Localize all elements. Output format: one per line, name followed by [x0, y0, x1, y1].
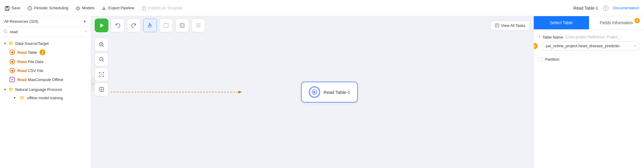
- table-name-input[interactable]: pai_online_project.heart_disease_predict…: [542, 41, 639, 51]
- help-button[interactable]: ?: [603, 5, 608, 11]
- export-pipeline-button[interactable]: Export Pipeline: [102, 5, 134, 10]
- read-csv-label: Read CSV File: [17, 68, 43, 73]
- svg-point-20: [200, 24, 200, 24]
- table-name-placeholder-text: Cross-project Reference: Project_...: [565, 35, 622, 39]
- svg-line-12: [6, 32, 7, 33]
- svg-marker-5: [76, 7, 80, 10]
- svg-line-37: [103, 61, 104, 62]
- search-input[interactable]: [10, 30, 83, 34]
- badge-1: 1: [39, 49, 45, 55]
- select-tool-button[interactable]: [159, 19, 173, 32]
- fields-badge: 3: [634, 18, 640, 23]
- folder-icon-3: 📁: [20, 95, 25, 100]
- canvas-side-tools: [95, 38, 108, 96]
- svg-point-19: [198, 24, 199, 24]
- read-maxcompute-icon: [10, 77, 15, 82]
- clock-icon: [27, 5, 32, 10]
- undo-button[interactable]: [111, 19, 125, 32]
- sidebar-header-title: All Resources (324): [4, 19, 38, 24]
- svg-point-25: [198, 27, 199, 27]
- group-label-nlp: Natural Language Processi: [15, 87, 62, 92]
- models-icon: [76, 5, 80, 10]
- required-marker: *: [539, 35, 540, 39]
- sidebar-group-data-source[interactable]: ▼ 📁 Data Source/Target: [0, 39, 91, 48]
- table-name-field-row: * Table Name Cross-project Reference: Pr…: [539, 34, 639, 51]
- group-label-data-source: Data Source/Target: [15, 41, 49, 46]
- partition-row: Partition: [539, 55, 639, 64]
- page-title: Read Table-1: [574, 6, 598, 10]
- export-icon: [102, 5, 106, 10]
- periodic-scheduling-label: Periodic Scheduling: [34, 6, 68, 10]
- read-table-icon: [10, 50, 15, 55]
- svg-rect-1: [6, 6, 8, 8]
- svg-rect-16: [180, 23, 184, 28]
- minimap-button[interactable]: [95, 83, 108, 96]
- read-file-icon: [10, 59, 15, 64]
- partition-label: Partition: [545, 57, 559, 62]
- tab-select-table[interactable]: Select Table: [534, 16, 589, 29]
- list-item[interactable]: Read File Data: [0, 57, 91, 66]
- svg-point-23: [200, 25, 200, 26]
- sidebar-header: All Resources (324) ▼: [0, 16, 91, 27]
- chevron-down-icon-2: ▼: [4, 88, 7, 91]
- frame-tool-button[interactable]: [175, 19, 189, 32]
- svg-rect-3: [6, 9, 8, 10]
- canvas-node-read-table[interactable]: Read Table-1: [301, 82, 358, 103]
- documentation-link[interactable]: Documentation: [613, 6, 639, 10]
- read-table-label: Read Table: [17, 50, 37, 55]
- canvas-toolbar: View All Tasks: [91, 16, 533, 35]
- svg-point-18: [197, 24, 197, 24]
- svg-point-26: [200, 27, 200, 27]
- grid-tool-button[interactable]: [191, 19, 205, 32]
- sidebar-tree: ▼ 📁 Data Source/Target Read Table 1: [0, 37, 91, 168]
- svg-rect-17: [181, 24, 183, 27]
- models-button[interactable]: Models: [76, 5, 95, 10]
- badge-2: 2: [534, 43, 538, 49]
- chevron-right-icon: ▼: [13, 96, 16, 100]
- tab-fields-information[interactable]: Fields Information 3: [589, 16, 644, 29]
- svg-marker-14: [100, 23, 104, 28]
- list-item[interactable]: Read Table 1: [0, 48, 91, 57]
- table-name-clear-icon[interactable]: ×: [634, 44, 636, 48]
- save-button[interactable]: Save: [5, 5, 20, 10]
- run-button[interactable]: [95, 19, 108, 32]
- fit-screen-button[interactable]: [95, 68, 108, 81]
- svg-marker-6: [77, 7, 79, 9]
- list-item[interactable]: Read MaxCompute Offline: [0, 75, 91, 84]
- svg-rect-15: [164, 23, 168, 28]
- table-name-wrapper: Table Name Cross-project Reference: Proj…: [542, 34, 639, 51]
- search-clear-icon[interactable]: ×: [85, 30, 87, 34]
- top-toolbar: Save Periodic Scheduling Models Export P…: [0, 0, 644, 16]
- right-panel-tabs: Select Table Fields Information 3: [534, 16, 644, 30]
- search-icon: [4, 29, 7, 34]
- svg-line-34: [103, 46, 104, 47]
- canvas-area: View All Tasks: [91, 16, 533, 168]
- table-name-value: pai_online_project.heart_disease_predict…: [546, 44, 632, 48]
- redo-button[interactable]: [127, 19, 141, 32]
- zoom-in-button[interactable]: [95, 38, 108, 51]
- main-content: All Resources (324) ▼ × ▼ 📁 Data Source/…: [0, 16, 644, 168]
- save-label: Save: [11, 6, 20, 10]
- save-icon: [5, 5, 10, 10]
- sidebar-collapse-icon[interactable]: ▼: [83, 19, 87, 24]
- list-item[interactable]: ▼ 📁 offline model training: [0, 94, 91, 102]
- pan-tool-button[interactable]: [143, 19, 157, 32]
- folder-icon-2: 📁: [8, 87, 13, 92]
- offline-model-label: offline model training: [27, 96, 63, 100]
- svg-point-21: [197, 25, 197, 26]
- sidebar-group-nlp[interactable]: ▼ 📁 Natural Language Processi: [0, 85, 91, 94]
- partition-checkbox[interactable]: [539, 57, 543, 62]
- models-label: Models: [82, 6, 95, 10]
- toolbar-right: Read Table-1 ? Documentation: [574, 5, 639, 11]
- view-all-tasks-button[interactable]: View All Tasks: [490, 21, 530, 30]
- list-item[interactable]: Read CSV File: [0, 66, 91, 75]
- sidebar-collapse-handle[interactable]: ‹: [91, 77, 95, 91]
- read-file-label: Read File Data: [17, 59, 43, 64]
- right-panel: Select Table Fields Information 3 * Tabl…: [533, 16, 644, 168]
- zoom-out-button[interactable]: [95, 53, 108, 66]
- view-all-tasks-label: View All Tasks: [501, 23, 525, 28]
- periodic-scheduling-button[interactable]: Periodic Scheduling: [27, 5, 68, 10]
- node-label: Read Table-1: [323, 90, 350, 95]
- svg-point-22: [198, 25, 199, 26]
- publish-template-button[interactable]: Publish as Template: [142, 5, 183, 10]
